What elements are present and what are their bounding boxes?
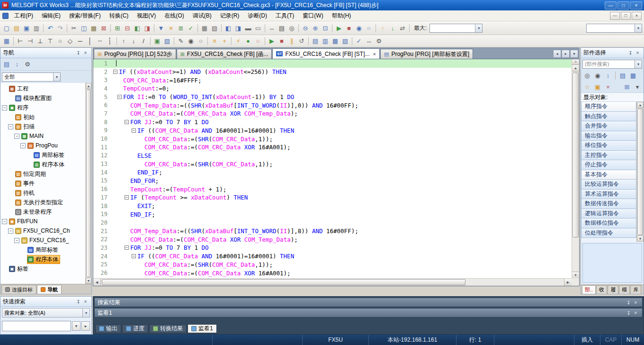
element-selection-window-icon[interactable]: ◨: [233, 23, 243, 33]
horizontal-line-icon[interactable]: ─: [75, 36, 85, 46]
menu-item[interactable]: 编辑(E): [37, 10, 65, 22]
window-select-combo[interactable]: ▾: [586, 24, 642, 33]
st-code-editor[interactable]: 12−IF ((xDataCount>=1) AND (xDataCount<=…: [93, 59, 580, 286]
tree-expand-toggle[interactable]: −: [20, 143, 26, 148]
cross-reference2-icon[interactable]: ↔: [364, 36, 374, 46]
favorite-star-icon[interactable]: ☆: [582, 82, 592, 91]
tab-progpou-local-label[interactable]: ▤ProgPou [PRG] [局部标签设置]: [380, 49, 473, 59]
code-line[interactable]: 13COM_CRC_Data:=(SHR(COM_CRC_Data,1));: [93, 160, 572, 168]
code-line[interactable]: 17−IF (TempCount >= xDataCount) THEN: [93, 193, 572, 202]
part-list-view-icon[interactable]: ▤: [618, 71, 627, 80]
monitor-read-icon[interactable]: ○: [364, 23, 374, 33]
code-line[interactable]: 7COM_CRC_Data:=(COM_CRC_Data XOR COM_Tem…: [93, 109, 572, 118]
fold-toggle[interactable]: −: [132, 128, 136, 133]
fold-toggle[interactable]: −: [113, 70, 117, 74]
menu-item[interactable]: 转换(C): [105, 10, 133, 22]
code-line[interactable]: 26COM_CRC_Data:=(COM_CRC_Data XOR 16#A00…: [93, 269, 572, 277]
code-line[interactable]: 5−FOR II:=0 TO (WORD_TO_INT(xDataCount-1…: [93, 93, 572, 101]
code-line[interactable]: 18EXIT;: [93, 202, 572, 210]
watch-panel-bar[interactable]: 监看1 ↧ ×: [94, 308, 643, 318]
part-updown-icon[interactable]: ↕: [603, 71, 613, 80]
device-comment-icon[interactable]: ▧: [210, 23, 219, 33]
watch1-window-icon[interactable]: ▤: [311, 36, 320, 46]
nav-settings-gear-icon[interactable]: ⚙: [23, 60, 32, 69]
minimize-button[interactable]: —: [605, 1, 617, 9]
instruction-category[interactable]: 数据移位指令: [581, 218, 636, 228]
split-view-handle[interactable]: ≡: [572, 59, 579, 65]
close-button[interactable]: ×: [630, 1, 642, 9]
verify-icon[interactable]: ⇄: [398, 23, 407, 33]
nav-filter-combo[interactable]: 全部 ▾: [2, 73, 61, 82]
forced-on-icon[interactable]: ●: [243, 36, 253, 46]
tree-expand-toggle[interactable]: −: [2, 105, 7, 110]
monitor-mode-icon[interactable]: ◉: [186, 36, 196, 46]
part-find-detail-icon[interactable]: ◉: [593, 71, 602, 80]
code-line[interactable]: 11COM_CRC_Data:=(COM_CRC_Data XOR 16#A00…: [93, 143, 572, 152]
monitor-write-icon[interactable]: ◉: [354, 23, 364, 33]
device-batch-monitor-icon[interactable]: ▦: [331, 36, 340, 46]
tab-watch1[interactable]: 监看1: [188, 324, 217, 333]
options-gear-icon[interactable]: ⚙: [374, 36, 384, 46]
forced-off-icon[interactable]: ○: [253, 36, 263, 46]
fold-toggle[interactable]: −: [125, 245, 129, 250]
close-icon[interactable]: ×: [634, 49, 641, 56]
tree-expand-toggle[interactable]: −: [8, 124, 13, 129]
tree-item[interactable]: ▢未登录程序: [0, 207, 85, 217]
tree-item[interactable]: −▩MAIN: [0, 131, 85, 141]
chevron-down-icon[interactable]: ▾: [635, 60, 642, 68]
instruction-category[interactable]: 数据传送指令: [581, 199, 636, 209]
instruction-category[interactable]: 触点指令: [581, 111, 636, 122]
parts-scroll-thumb[interactable]: [637, 109, 643, 235]
tree-item[interactable]: ▤模块配置图: [0, 93, 85, 103]
search-run-button[interactable]: ▸: [81, 321, 90, 331]
code-line[interactable]: 20: [93, 218, 572, 227]
horizontal-scrollbar[interactable]: ◀ ▶: [93, 278, 572, 286]
code-line[interactable]: 15END_FOR;: [93, 177, 572, 185]
display-mode-arrow-icon[interactable]: ▾: [633, 82, 642, 91]
cross-reference-icon[interactable]: ↔: [267, 23, 277, 33]
chevron-down-icon[interactable]: ▾: [53, 73, 60, 81]
menu-item[interactable]: 帮助(H): [328, 10, 356, 22]
horizontal-scroll-thumb[interactable]: [102, 279, 465, 285]
tree-expand-toggle[interactable]: −: [14, 134, 19, 139]
vertical-line-icon[interactable]: │: [85, 36, 95, 46]
read-mode-icon[interactable]: ○: [196, 36, 206, 46]
menu-item[interactable]: 调试(B): [188, 10, 216, 22]
tab-close-icon[interactable]: ×: [373, 51, 376, 57]
scroll-tabs-left-button[interactable]: ◂: [553, 50, 561, 58]
watch2-window-icon[interactable]: ▥: [321, 36, 330, 46]
insert-row-icon[interactable]: ⊞: [113, 23, 122, 33]
tab-favorites[interactable]: 收: [596, 285, 607, 294]
tab-convert-result[interactable]: 转换结果: [149, 324, 187, 333]
code-line[interactable]: 10COM_CRC_Data:=(SHR(COM_CRC_Data,1));: [93, 135, 572, 143]
rising-pulse-icon[interactable]: ↑: [119, 36, 128, 46]
close-branch-icon[interactable]: ⊤: [45, 36, 55, 46]
favorite-folder-icon[interactable]: ▣: [593, 82, 602, 91]
run-icon[interactable]: ▶: [267, 36, 277, 46]
restore-button[interactable]: □: [617, 1, 629, 9]
ladder-window-icon[interactable]: ▦: [2, 36, 11, 46]
instruction-category[interactable]: 位处理指令: [581, 228, 636, 238]
scroll-down-arrow[interactable]: ▼: [637, 236, 644, 242]
scroll-up-arrow[interactable]: ▲: [637, 102, 644, 108]
syntax-check-icon[interactable]: ✓: [354, 36, 364, 46]
menu-item[interactable]: 工具(T): [271, 10, 298, 22]
scroll-up-arrow[interactable]: ▲: [572, 65, 579, 72]
tree-item[interactable]: ▧待机: [0, 188, 85, 198]
output-window-icon[interactable]: ▬: [243, 23, 253, 33]
rebuild-all-icon[interactable]: ≣: [176, 23, 186, 33]
tree-item[interactable]: ▥程序本体: [0, 160, 85, 169]
tree-item[interactable]: −▨ProgPou: [0, 141, 85, 150]
search-results-panel-bar[interactable]: 搜索结果 ↧ ×: [94, 298, 643, 307]
scroll-down-arrow[interactable]: ▼: [86, 278, 91, 284]
tree-item[interactable]: ▧无执行类型指定: [0, 198, 85, 207]
tab-progpou-ld[interactable]: ⊞ProgPou [PRG] [LD] 523步: [94, 49, 176, 59]
mdi-close-button[interactable]: ×: [632, 12, 642, 20]
buffer-memory-monitor-icon[interactable]: ▧: [340, 36, 350, 46]
open-contact-icon[interactable]: ⊢: [16, 36, 25, 46]
pin-icon[interactable]: ↧: [627, 49, 634, 56]
open-branch-icon[interactable]: ⊥: [36, 36, 45, 46]
instruction-category[interactable]: 停止指令: [581, 160, 636, 170]
instruction-category[interactable]: 比较运算指令: [581, 179, 636, 190]
close-icon[interactable]: ×: [82, 49, 89, 56]
